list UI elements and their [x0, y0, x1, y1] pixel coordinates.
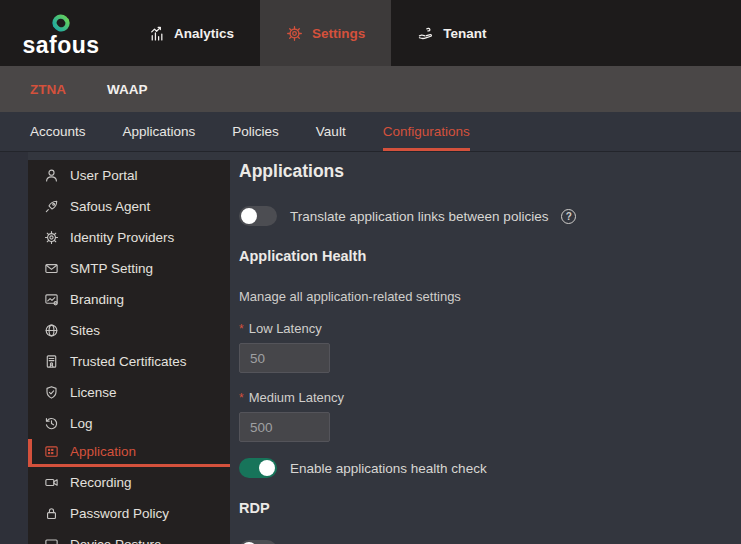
envelope-icon [44, 261, 59, 276]
padlock-icon [44, 506, 59, 521]
hand-key-icon [417, 25, 434, 42]
sidebar-item-trusted-certificates[interactable]: Trusted Certificates [28, 346, 230, 377]
nav-accounts[interactable]: Accounts [30, 112, 86, 151]
sidebar-item-label: Recording [70, 475, 132, 490]
brand-name: safous [22, 34, 99, 57]
globe-icon [44, 323, 59, 338]
shield-check-icon [44, 385, 59, 400]
sidebar-item-label: User Portal [70, 168, 138, 183]
sidebar-item-label: Safous Agent [70, 199, 150, 214]
application-health-description: Manage all application-related settings [239, 289, 741, 304]
module-bar: ZTNA WAAP [0, 66, 741, 112]
nav-configurations[interactable]: Configurations [383, 112, 470, 151]
health-check-label: Enable applications health check [290, 461, 487, 476]
sidebar-item-identity-providers[interactable]: Identity Providers [28, 222, 230, 253]
module-tab-ztna[interactable]: ZTNA [30, 82, 66, 97]
application-health-title: Application Health [239, 248, 741, 264]
sidebar-item-user-portal[interactable]: User Portal [28, 160, 230, 191]
sidebar-item-label: Sites [70, 323, 100, 338]
module-tab-waap[interactable]: WAAP [107, 82, 148, 97]
sidebar-item-label: Trusted Certificates [70, 354, 187, 369]
configurations-panel: Applications Translate application links… [230, 152, 741, 544]
certificate-icon [44, 354, 59, 369]
bar-chart-icon [148, 25, 165, 42]
toggle-knob [259, 460, 275, 476]
nav-vault[interactable]: Vault [316, 112, 346, 151]
section-nav: Accounts Applications Policies Vault Con… [0, 112, 741, 152]
nav-policies[interactable]: Policies [232, 112, 279, 151]
gear-icon [44, 230, 59, 245]
toggle-knob [241, 208, 257, 224]
rocket-icon [44, 199, 59, 214]
translate-links-row: Translate application links between poli… [239, 206, 741, 226]
grid-icon [44, 444, 59, 459]
video-camera-icon [44, 475, 59, 490]
sidebar-item-label: Log [70, 416, 93, 431]
translate-links-toggle[interactable] [239, 206, 277, 226]
sidebar-item-label: Identity Providers [70, 230, 174, 245]
tab-settings-label: Settings [312, 26, 365, 41]
sidebar-item-sites[interactable]: Sites [28, 315, 230, 346]
question-circle-icon[interactable] [561, 209, 576, 224]
sidebar-item-password-policy[interactable]: Password Policy [28, 498, 230, 529]
sidebar-item-smtp-setting[interactable]: SMTP Setting [28, 253, 230, 284]
tab-tenant[interactable]: Tenant [391, 0, 512, 66]
safous-swirl-icon [47, 12, 75, 33]
settings-sidebar: User Portal Safous Agent Identity Provid… [28, 160, 230, 544]
sidebar-item-application[interactable]: Application [28, 439, 230, 467]
sidebar-item-label: Branding [70, 292, 124, 307]
low-latency-input[interactable] [239, 343, 330, 373]
sidebar-item-safous-agent[interactable]: Safous Agent [28, 191, 230, 222]
page-title: Applications [239, 161, 741, 182]
sidebar-item-label: SMTP Setting [70, 261, 153, 276]
sidebar-item-label: Password Policy [70, 506, 169, 521]
translate-links-label: Translate application links between poli… [290, 209, 548, 224]
sidebar-item-label: Device Posture [70, 537, 162, 544]
nav-applications[interactable]: Applications [123, 112, 196, 151]
rdp-title: RDP [239, 500, 741, 516]
sidebar-item-log[interactable]: Log [28, 408, 230, 439]
gear-icon [286, 25, 303, 42]
sidebar-item-label: License [70, 385, 117, 400]
main-layout: User Portal Safous Agent Identity Provid… [0, 152, 741, 544]
sidebar-item-device-posture[interactable]: Device Posture [28, 529, 230, 544]
low-latency-label: *Low Latency [239, 321, 741, 336]
sidebar-item-license[interactable]: License [28, 377, 230, 408]
clock-history-icon [44, 416, 59, 431]
required-asterisk: * [239, 322, 244, 336]
required-asterisk: * [239, 391, 244, 405]
rdp-toggle[interactable] [239, 540, 277, 544]
medium-latency-label: *Medium Latency [239, 390, 741, 405]
top-bar: safous Analytics Settings Tenant [0, 0, 741, 66]
brand-logo[interactable]: safous [0, 0, 122, 66]
tab-settings[interactable]: Settings [260, 0, 391, 66]
tab-tenant-label: Tenant [443, 26, 486, 41]
health-check-toggle[interactable] [239, 458, 277, 478]
sidebar-item-recording[interactable]: Recording [28, 467, 230, 498]
sidebar-item-label: Application [70, 444, 136, 459]
tab-analytics-label: Analytics [174, 26, 234, 41]
user-icon [44, 168, 59, 183]
tab-analytics[interactable]: Analytics [122, 0, 260, 66]
health-check-row: Enable applications health check [239, 458, 741, 478]
left-gutter [0, 152, 28, 544]
sidebar-item-branding[interactable]: Branding [28, 284, 230, 315]
image-edit-icon [44, 292, 59, 307]
monitor-icon [44, 537, 59, 544]
safous-admin-window: safous Analytics Settings Tenant [0, 0, 741, 544]
medium-latency-input[interactable] [239, 412, 330, 442]
